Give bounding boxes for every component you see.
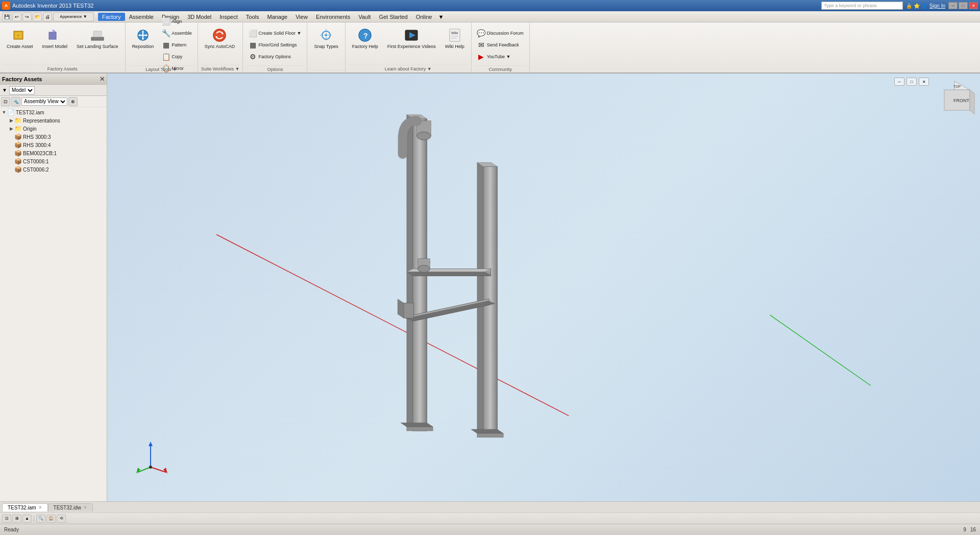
menu-vault[interactable]: Vault [354,13,375,21]
copy-button[interactable]: 📋 Copy [159,51,194,62]
viewport[interactable]: ─ □ ✕ FRONT TOP [107,74,980,501]
ribbon-group-suite-workflows: Sync AutoCAD Suite Workflows ▼ [198,22,243,72]
floor-grid-settings-button[interactable]: ▦ Floor/Grid Settings [246,39,304,51]
svg-rect-42 [477,433,503,437]
tree-item-test32[interactable]: ▼ 📄 TEST32.iam [0,108,107,116]
view-selector: 🔩 Assembly View ⊕ [11,97,78,106]
panel-header: Factory Assets ✕ [0,74,107,85]
bottom-btn-4[interactable]: 🔍 [36,515,45,523]
save-quick-btn[interactable]: 💾 [2,12,11,21]
undo-quick-btn[interactable]: ↩ [12,12,21,21]
tree-toolbar: ⊡ 🔩 Assembly View ⊕ [0,96,107,107]
menu-online[interactable]: Online [412,13,436,21]
pattern-label: Pattern [172,42,186,47]
assemble-button[interactable]: 🔧 Assemble [159,28,194,39]
bottom-btn-6[interactable]: ⟲ [57,515,66,523]
status-coords-y: 16 [970,527,976,532]
menu-tools[interactable]: Tools [242,13,263,21]
online-dropdown[interactable]: ▼ [438,14,444,20]
expand-cst0006-1[interactable] [8,158,14,164]
youtube-button[interactable]: ▶ YouTube ▼ [475,51,526,62]
insert-model-button[interactable]: Insert Model [39,25,71,52]
menu-assemble[interactable]: Assemble [125,13,158,21]
expand-bem0023cb-1[interactable] [8,150,14,156]
discussion-forum-button[interactable]: 💬 Discussion Forum [475,28,526,39]
ribbon-group-factory-assets: + Create Asset Insert Model Set Landing … [0,22,126,72]
snap-types-icon [318,27,334,43]
model-selector: ▼ Model [0,85,107,96]
expand-cst0006-2[interactable] [8,166,14,173]
ribbon: + Create Asset Insert Model Set Landing … [0,22,980,74]
panel-close-button[interactable]: ✕ [100,76,105,83]
create-solid-floor-button[interactable]: ⬜ Create Solid Floor ▼ [246,28,304,39]
menu-factory[interactable]: Factory [98,13,125,21]
set-landing-button[interactable]: Set Landing Surface [73,25,122,52]
menu-manage[interactable]: Manage [263,13,291,21]
close-button[interactable]: ✕ [969,2,978,9]
sync-autocad-button[interactable]: Sync AutoCAD [201,25,239,52]
first-experience-label: First Experience Videos [387,44,436,50]
menu-view[interactable]: View [291,13,312,21]
create-asset-button[interactable]: + Create Asset [3,25,37,52]
expand-all-button[interactable]: ⊕ [68,97,78,106]
first-experience-button[interactable]: First Experience Videos [384,25,439,52]
reposition-icon [135,27,151,43]
expand-representations[interactable]: ▶ [8,117,14,124]
tree-item-cst0006-1[interactable]: 📦 CST0006:1 [0,157,107,165]
tree-item-representations[interactable]: ▶ 📁 Representations [0,116,107,125]
factory-options-button[interactable]: ⚙ Factory Options [246,51,304,62]
snap-types-button[interactable]: Snap Types [310,25,341,52]
tree-item-rhs3000-3[interactable]: 📦 RHS 3000:3 [0,133,107,141]
svg-marker-38 [401,423,433,427]
bottom-btn-1[interactable]: ⊡ [2,515,11,523]
expand-rhs3000-3[interactable] [8,134,14,140]
status-right: 9 16 [963,527,976,532]
redo-quick-btn[interactable]: ↪ [22,12,32,21]
send-feedback-button[interactable]: ✉ Send Feedback [475,39,526,51]
svg-text:?: ? [363,32,368,40]
appearance-dropdown[interactable]: Appearance ▼ [53,12,94,21]
print-quick-btn[interactable]: 🖨 [43,12,52,21]
expand-rhs3000-4[interactable] [8,142,14,148]
axis-indicator [133,439,168,476]
reposition-button[interactable]: Reposition [129,25,158,52]
maximize-button[interactable]: □ [959,2,968,9]
factory-help-button[interactable]: ? Factory Help [349,25,382,52]
search-box[interactable]: Type a keyword or phrase [821,2,903,10]
align-button[interactable]: ⬜ Align [159,16,194,27]
filter-button[interactable]: ⊡ [1,97,10,106]
tab-test32-idw[interactable]: TEST32.idw ✕ [48,503,93,512]
pattern-button[interactable]: ▦ Pattern [159,39,194,51]
wiki-help-button[interactable]: Wiki Wiki Help [442,25,468,52]
tree-item-cst0006-2[interactable]: 📦 CST0006:2 [0,165,107,174]
bem0023cb-1-label: BEM0023CB:1 [23,151,57,156]
assembly-view-dropdown[interactable]: Assembly View [21,98,67,106]
minimize-button[interactable]: ─ [948,2,958,9]
tab-test32-iam-close[interactable]: ✕ [38,505,42,510]
bottom-btn-2[interactable]: ⊞ [12,515,21,523]
menu-bar: 💾 ↩ ↪ 📂 🖨 Appearance ▼ Factory Assemble … [0,11,980,22]
svg-rect-37 [407,427,433,431]
sign-in[interactable]: Sign In [929,3,945,9]
create-asset-icon: + [12,27,28,43]
expand-origin[interactable]: ▶ [8,126,14,132]
svg-line-33 [770,315,871,385]
tab-test32-iam[interactable]: TEST32.iam ✕ [2,503,48,512]
representations-icon: 📁 [14,117,22,124]
model-dropdown[interactable]: Model [9,86,35,94]
open-quick-btn[interactable]: 📂 [33,12,42,21]
bottom-btn-3[interactable]: ▲ [22,515,32,523]
menu-getstarted[interactable]: Get Started [375,13,411,21]
tree-item-origin[interactable]: ▶ 📁 Origin [0,125,107,133]
floor-grid-settings-icon: ▦ [249,41,257,49]
menu-inspect[interactable]: Inspect [215,13,241,21]
tree-item-bem0023cb-1[interactable]: 📦 BEM0023CB:1 [0,149,107,157]
ribbon-group-options: ⬜ Create Solid Floor ▼ ▦ Floor/Grid Sett… [243,22,307,72]
menu-environments[interactable]: Environments [312,13,354,21]
expand-test32[interactable]: ▼ [1,109,7,115]
tab-test32-idw-close[interactable]: ✕ [83,505,87,510]
title-right: Type a keyword or phrase 🔒 ⭐ 👤 Sign In ─… [821,2,978,10]
tree-item-rhs3000-4[interactable]: 📦 RHS 3000:4 [0,141,107,149]
bottom-btn-5[interactable]: 🏠 [46,515,56,523]
main-area: Factory Assets ✕ ▼ Model ⊡ 🔩 Assembly Vi… [0,74,980,501]
